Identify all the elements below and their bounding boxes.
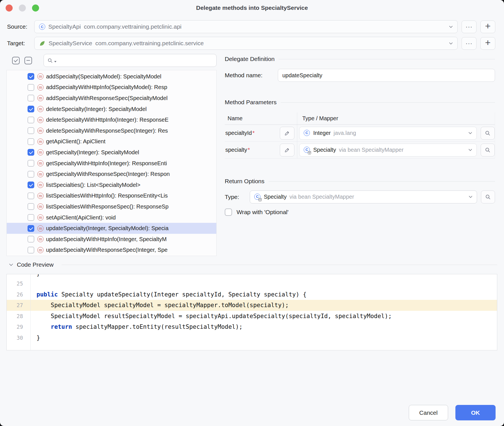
code-preview-panel[interactable]: } 25 26 public Specialty updateSpecialty…: [6, 274, 497, 350]
method-checkbox[interactable]: [28, 225, 34, 232]
method-list[interactable]: m addSpecialty(SpecialtyModel): Specialt…: [6, 70, 217, 256]
dialog-title: Delegate methods into SpecialtyService: [196, 4, 308, 11]
method-checkbox[interactable]: [28, 171, 34, 178]
method-checkbox[interactable]: [28, 95, 34, 101]
type-column-header: Type / Mapper: [297, 112, 495, 124]
target-package: com.company.vettraining.petclinic.servic…: [95, 40, 446, 47]
method-list-item[interactable]: m setApiClient(ApiClient): void: [7, 212, 216, 223]
parameter-type-dropdown[interactable]: C Integer java.lang: [299, 127, 477, 140]
unselect-all-icon[interactable]: [24, 57, 32, 64]
wrap-optional-checkbox[interactable]: [225, 209, 232, 216]
method-signature: addSpecialty(SpecialtyModel): SpecialtyM…: [46, 73, 161, 80]
method-list-item[interactable]: m listSpecialties(): List<SpecialtyModel…: [7, 180, 216, 191]
edit-parameter-button[interactable]: [280, 144, 294, 157]
method-list-item[interactable]: m getApiClient(): ApiClient: [7, 136, 216, 147]
parameter-row: specialty* C Specialty via bean Specialt…: [225, 142, 495, 158]
member-search-input[interactable]: [58, 57, 213, 64]
method-icon: m: [37, 149, 44, 155]
wrap-optional-label: Wrap with 'Optional': [237, 209, 289, 216]
method-checkbox[interactable]: [28, 214, 34, 221]
close-window-icon[interactable]: [6, 4, 13, 12]
edit-parameter-button[interactable]: [280, 127, 294, 140]
method-list-item[interactable]: m deleteSpecialtyWithHttpInfo(Integer): …: [7, 114, 216, 125]
code-line: 26 public Specialty updateSpecialty(Inte…: [7, 289, 497, 300]
line-number: [7, 274, 30, 278]
method-list-item[interactable]: m getSpecialtyWithHttpInfo(Integer): Res…: [7, 158, 216, 169]
method-list-item[interactable]: m getSpecialty(Integer): SpecialtyModel: [7, 147, 216, 158]
method-list-item[interactable]: m addSpecialtyWithResponseSpec(Specialty…: [7, 93, 216, 104]
method-list-item[interactable]: m deleteSpecialtyWithResponseSpec(Intege…: [7, 125, 216, 136]
method-list-item[interactable]: m updateSpecialtyWithHttpInfo(Integer, S…: [7, 234, 216, 245]
method-checkbox[interactable]: [28, 73, 34, 80]
method-checkbox[interactable]: [28, 117, 34, 123]
method-list-item[interactable]: m updateSpecialtyWithResponseSpec(Intege…: [7, 245, 216, 256]
method-checkbox[interactable]: [28, 203, 34, 210]
collapse-chevron-icon[interactable]: [6, 263, 13, 266]
method-checkbox[interactable]: [28, 84, 34, 91]
code-text: }: [30, 274, 40, 278]
method-signature: updateSpecialty(Integer, SpecialtyModel)…: [46, 225, 169, 232]
method-signature: getSpecialty(Integer): SpecialtyModel: [46, 149, 139, 156]
section-title: Return Options: [225, 178, 264, 185]
search-return-type-button[interactable]: [481, 191, 495, 203]
method-name-input[interactable]: [278, 69, 495, 82]
select-all-icon[interactable]: [12, 57, 20, 64]
method-list-item[interactable]: m listSpecialtiesWithHttpInfo(): Respons…: [7, 191, 216, 201]
parameter-type-dropdown[interactable]: C Specialty via bean SpecialtyMapper: [299, 144, 477, 157]
ok-button[interactable]: OK: [455, 405, 496, 420]
delegate-definition-section: Delegate Definition: [225, 56, 495, 62]
method-checkbox[interactable]: [28, 138, 34, 145]
cancel-button[interactable]: Cancel: [409, 405, 448, 420]
class-with-mapper-icon: C: [304, 147, 310, 153]
parameter-type-name: Specialty: [313, 147, 336, 153]
return-type-dropdown[interactable]: C Specialty via bean SpecialtyMapper: [250, 191, 477, 203]
method-parameters-section: Method Parameters: [225, 99, 495, 106]
method-icon: m: [37, 203, 44, 210]
source-add-button[interactable]: +: [480, 21, 495, 33]
target-browse-button[interactable]: …: [462, 37, 476, 50]
target-class-combobox[interactable]: SpecialtyService com.company.vettraining…: [34, 37, 458, 50]
wrap-optional-row[interactable]: Wrap with 'Optional': [225, 208, 289, 216]
method-icon: m: [37, 160, 44, 166]
method-checkbox[interactable]: [28, 192, 34, 199]
method-signature: addSpecialtyWithResponseSpec(SpecialtyMo…: [46, 95, 167, 101]
search-type-button[interactable]: [481, 127, 495, 140]
code-line: 28 SpecialtyModel resultSpecialtyModel =…: [7, 311, 497, 322]
code-preview-header: Code Preview: [6, 260, 497, 269]
method-checkbox[interactable]: [28, 106, 34, 112]
source-browse-button[interactable]: …: [462, 21, 476, 33]
method-checkbox[interactable]: [28, 182, 34, 188]
parameters-table: Name Type / Mapper specialtyId* C Intege…: [225, 112, 495, 158]
method-icon: m: [37, 193, 44, 199]
method-icon: m: [37, 117, 44, 123]
target-label: Target:: [7, 40, 30, 47]
class-with-mapper-icon: C: [254, 194, 261, 200]
method-list-item[interactable]: m listSpecialtiesWithResponseSpec(): Res…: [7, 201, 216, 212]
name-column-header: Name: [225, 112, 297, 124]
code-line: 30 }: [7, 332, 497, 343]
method-list-item[interactable]: m addSpecialty(SpecialtyModel): Specialt…: [7, 71, 216, 82]
member-search-field[interactable]: [44, 54, 217, 67]
method-checkbox[interactable]: [28, 236, 34, 243]
source-class-combobox[interactable]: C SpecialtyApi com.company.vettraining.p…: [34, 20, 458, 33]
zoom-window-icon[interactable]: [32, 4, 39, 12]
code-text: return specialtyMapper.toEntity(resultSp…: [30, 321, 242, 332]
method-list-item[interactable]: m addSpecialtyWithHttpInfo(SpecialtyMode…: [7, 82, 216, 93]
target-class-name: SpecialtyService: [49, 40, 92, 47]
method-list-item[interactable]: m getSpecialtyWithResponseSpec(Integer):…: [7, 169, 216, 180]
target-add-button[interactable]: +: [480, 37, 495, 50]
method-checkbox[interactable]: [28, 127, 34, 134]
search-type-button[interactable]: [481, 144, 495, 157]
method-list-item[interactable]: m deleteSpecialty(Integer): SpecialtyMod…: [7, 104, 216, 115]
parameter-name: specialty*: [225, 147, 280, 153]
dialog-buttons: Cancel OK: [409, 405, 496, 420]
class-icon: C: [304, 130, 310, 137]
method-signature: getSpecialtyWithHttpInfo(Integer): Respo…: [46, 160, 167, 167]
method-checkbox[interactable]: [28, 247, 34, 253]
chevron-down-icon: [468, 132, 472, 134]
method-checkbox[interactable]: [28, 149, 34, 156]
method-checkbox[interactable]: [28, 160, 34, 167]
method-list-item[interactable]: m updateSpecialty(Integer, SpecialtyMode…: [7, 223, 216, 234]
method-signature: deleteSpecialtyWithResponseSpec(Integer)…: [46, 128, 168, 134]
search-options-arrow-icon[interactable]: [54, 61, 56, 62]
